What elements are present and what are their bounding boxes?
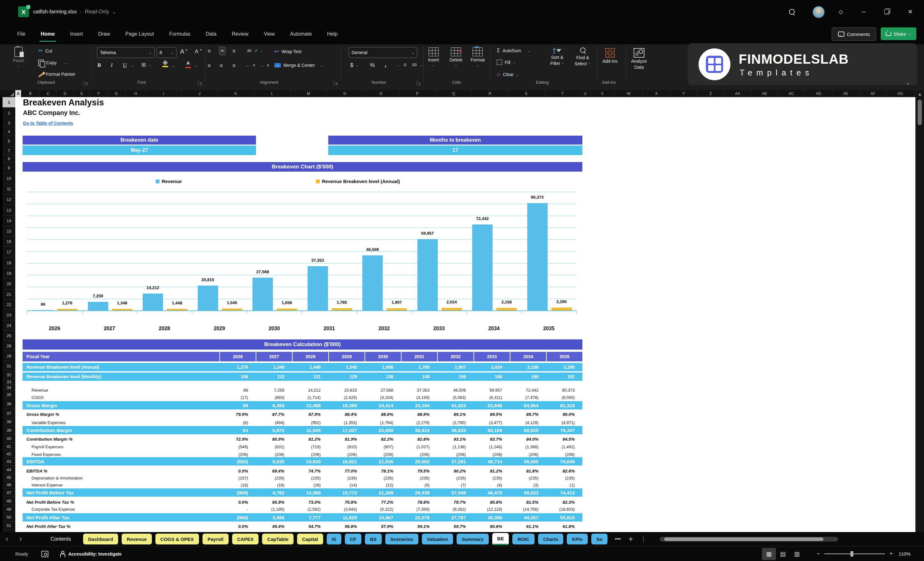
row-header-31[interactable]: 31 xyxy=(3,361,15,371)
document-title[interactable]: catfish-farming.xlsx - Read-Only ⌄ xyxy=(33,0,116,24)
align-middle-button[interactable]: ≡ xyxy=(219,47,225,55)
copy-button[interactable]: Copy⌄ xyxy=(38,60,67,66)
row-header-51[interactable]: 51 xyxy=(3,522,15,530)
column-header-T[interactable]: T xyxy=(544,90,581,97)
row-header-45[interactable]: 45 xyxy=(3,474,15,481)
sheet-tab-captable[interactable]: CapTable xyxy=(262,534,293,544)
sheet-tab-valuation[interactable]: Valuation xyxy=(422,534,453,544)
menu-help[interactable]: Help xyxy=(320,24,345,44)
column-header-F[interactable]: F xyxy=(90,90,107,97)
column-header-I[interactable]: I xyxy=(146,90,182,97)
row-header-14[interactable]: 14 xyxy=(3,216,15,226)
sheet-tab-roic[interactable]: ROIC xyxy=(512,534,535,544)
sheet-tab-is[interactable]: IS xyxy=(327,534,341,544)
align-left-button[interactable]: ≡ xyxy=(208,63,211,69)
column-header-L[interactable]: L xyxy=(254,90,290,97)
format-painter-button[interactable]: Format Painter xyxy=(38,72,75,77)
align-bottom-button[interactable]: ≡ xyxy=(232,48,236,54)
menu-insert[interactable]: Insert xyxy=(62,24,90,44)
column-header-Y[interactable]: Y xyxy=(670,90,697,97)
row-header-20[interactable]: 20 xyxy=(3,279,15,290)
minimize-button[interactable]: ─ xyxy=(856,0,872,24)
row-header-41[interactable]: 41 xyxy=(3,443,15,450)
font-color-button[interactable]: A xyxy=(185,60,191,68)
premium-diamond-icon[interactable]: ◇ xyxy=(833,0,849,24)
macro-record-icon[interactable] xyxy=(41,551,48,557)
sheet-tab-cogs-opex[interactable]: COGS & OPEX xyxy=(155,534,199,544)
row-header-4[interactable]: 4 xyxy=(3,128,15,136)
row-header-3[interactable]: 3 xyxy=(3,119,15,128)
italic-button[interactable]: I xyxy=(111,62,113,69)
row-header-10[interactable]: 10 xyxy=(3,173,15,184)
column-header-E[interactable]: E xyxy=(74,90,90,97)
column-header-Q[interactable]: Q xyxy=(436,90,472,97)
row-header-5[interactable]: 5 xyxy=(3,136,15,147)
sheet-tab-charts[interactable]: Charts xyxy=(538,534,564,544)
accounting-format-button[interactable]: $⌄ xyxy=(350,62,358,69)
row-header-44[interactable]: 44 xyxy=(3,466,15,474)
vertical-scrollbar[interactable]: ▲ xyxy=(915,90,924,532)
row-header-11[interactable]: 11 xyxy=(3,184,15,194)
fill-color-button[interactable] xyxy=(162,61,168,67)
column-header-AB[interactable]: AB xyxy=(751,90,778,97)
column-header-H[interactable]: H xyxy=(126,90,146,97)
alignment-dialog-launcher[interactable]: ↘ xyxy=(334,81,339,86)
more-sheets-icon[interactable]: ••• xyxy=(615,536,621,543)
column-header-AG[interactable]: AG xyxy=(887,90,914,97)
sheet-tab-summary[interactable]: Summary xyxy=(457,534,488,544)
cut-button[interactable]: ✂Cut xyxy=(38,48,52,54)
row-header-49[interactable]: 49 xyxy=(3,505,15,513)
row-header-32[interactable]: 32 xyxy=(3,371,15,379)
underline-dropdown[interactable]: ⌄ xyxy=(131,64,134,68)
menu-review[interactable]: Review xyxy=(224,24,256,44)
row-header-9[interactable]: 9 xyxy=(3,163,15,173)
menu-draw[interactable]: Draw xyxy=(90,24,117,44)
menu-automate[interactable]: Automate xyxy=(282,24,320,44)
row-header-37[interactable]: 37 xyxy=(3,409,15,418)
row-header-7[interactable]: 7 xyxy=(3,147,15,155)
underline-button[interactable]: U xyxy=(123,62,127,69)
row-header-50[interactable]: 50 xyxy=(3,513,15,522)
sheet-tab-dashboard[interactable]: Dashboard xyxy=(83,534,118,544)
restore-button[interactable] xyxy=(879,0,895,24)
column-header-B[interactable]: B xyxy=(21,90,40,97)
row-header-21[interactable]: 21 xyxy=(3,290,15,300)
column-header-M[interactable]: M xyxy=(290,90,327,97)
decrease-decimal-button[interactable]: .00→ xyxy=(411,63,423,67)
column-header-AF[interactable]: AF xyxy=(860,90,887,97)
row-headers[interactable]: 1234578910111213141516171819202122232425… xyxy=(3,97,15,532)
comments-button[interactable]: Comments xyxy=(832,27,876,41)
select-all-corner[interactable] xyxy=(3,90,16,97)
column-header-A[interactable]: A xyxy=(15,90,21,97)
comma-style-button[interactable]: , xyxy=(385,61,387,68)
row-header-12[interactable]: 12 xyxy=(3,194,15,205)
column-header-S[interactable]: S xyxy=(508,90,544,97)
row-header-15[interactable]: 15 xyxy=(3,226,15,237)
row-header-29[interactable]: 29 xyxy=(3,351,15,361)
new-sheet-button[interactable]: + xyxy=(628,535,633,543)
zoom-out-button[interactable]: − xyxy=(817,550,820,557)
merge-center-button[interactable]: ↔Merge & Center⌄ xyxy=(274,63,323,68)
decrease-indent-button[interactable]: ←≡ xyxy=(246,63,255,68)
sheet-tab-contents[interactable]: Contents xyxy=(45,534,76,544)
column-header-Z[interactable]: Z xyxy=(697,90,724,97)
clear-button[interactable]: ◇Clear⌄ xyxy=(497,72,519,77)
menu-formulas[interactable]: Formulas xyxy=(161,24,198,44)
autosum-button[interactable]: ΣAutoSum⌄ xyxy=(497,48,531,54)
sheet-tab-payroll[interactable]: Payroll xyxy=(202,534,229,544)
align-center-button[interactable]: ≡ xyxy=(220,63,223,69)
delete-cells-button[interactable]: ✕Delete⌄ xyxy=(450,48,462,67)
search-icon[interactable] xyxy=(784,0,800,24)
column-header-AE[interactable]: AE xyxy=(832,90,860,97)
fill-button[interactable]: ↓Fill⌄ xyxy=(497,60,516,65)
row-header-36[interactable]: 36 xyxy=(3,399,15,409)
clipboard-dialog-launcher[interactable]: ↘ xyxy=(84,81,88,86)
row-header-8[interactable]: 8 xyxy=(3,155,15,163)
row-header-16[interactable]: 16 xyxy=(3,237,15,247)
fill-color-dropdown[interactable]: ⌄ xyxy=(172,64,174,68)
sheet-tab-revenue[interactable]: Revenue xyxy=(122,534,152,544)
wrap-text-button[interactable]: ↩Wrap Text xyxy=(274,48,302,55)
column-header-P[interactable]: P xyxy=(399,90,436,97)
insert-cells-button[interactable]: ←Insert⌄ xyxy=(428,48,439,67)
font-color-dropdown[interactable]: ⌄ xyxy=(195,64,197,68)
